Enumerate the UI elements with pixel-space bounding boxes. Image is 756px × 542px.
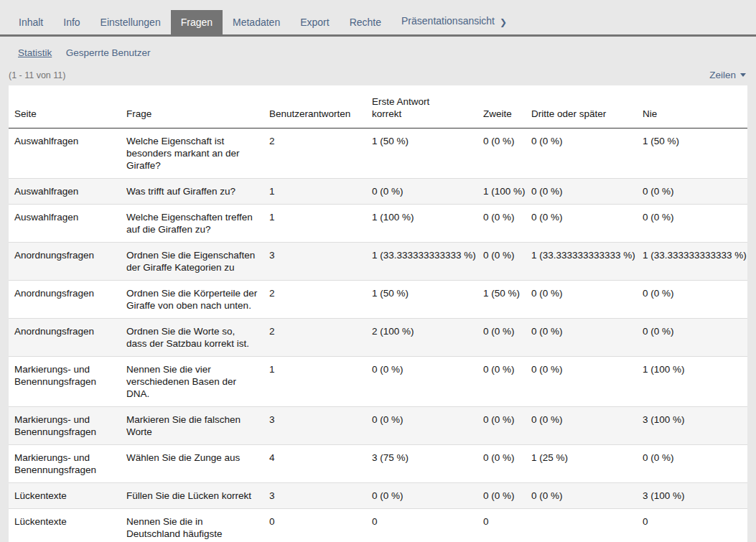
tab-einstellungen[interactable]: Einstellungen — [90, 10, 171, 34]
cell-erste-antwort-korrekt: 1 (50 %) — [366, 281, 477, 319]
cell-benutzerantworten: 1 — [263, 179, 366, 205]
cell-seite: Auswahlfragen — [9, 205, 121, 243]
page: Inhalt Info Einstellungen Fragen Metadat… — [0, 0, 756, 542]
column-header-seite: Seite — [9, 85, 121, 129]
cell-dritte-oder-spaeter: 0 (0 %) — [526, 319, 637, 357]
cell-erste-antwort-korrekt: 3 (75 %) — [366, 445, 477, 483]
cell-frage: Ordnen Sie die Körperteile der Giraffe v… — [121, 281, 263, 319]
cell-dritte-oder-spaeter: 0 (0 %) — [526, 357, 637, 407]
cell-dritte-oder-spaeter: 0 (0 %) — [526, 281, 637, 319]
cell-erste-antwort-korrekt: 1 (50 %) — [366, 129, 477, 179]
cell-zweite: 0 — [477, 509, 526, 542]
table-row: Lückentexte Füllen Sie die Lücken korrek… — [9, 483, 747, 509]
cell-zweite: 1 (50 %) — [477, 281, 526, 319]
tab-export[interactable]: Export — [290, 10, 339, 34]
cell-frage: Füllen Sie die Lücken korrekt — [121, 483, 263, 509]
column-header-erste-antwort-korrekt: Erste Antwort korrekt — [366, 85, 477, 129]
cell-dritte-oder-spaeter: 0 (0 %) — [526, 205, 637, 243]
cell-benutzerantworten: 2 — [263, 281, 366, 319]
table-header: Seite Frage Benutzerantworten Erste Antw… — [9, 85, 747, 129]
table-row: Auswahlfragen Welche Eigenschaften treff… — [9, 205, 747, 243]
table-row: Anordnungsfragen Ordnen Sie die Eigensch… — [9, 243, 747, 281]
cell-frage: Ordnen Sie die Worte so, dass der Satzba… — [121, 319, 263, 357]
cell-benutzerantworten: 1 — [263, 357, 366, 407]
cell-erste-antwort-korrekt: 2 (100 %) — [366, 319, 477, 357]
cell-frage: Nennen Sie die in Deutschland häufigste … — [121, 509, 263, 542]
chevron-right-icon: ❯ — [500, 17, 507, 27]
cell-benutzerantworten: 0 — [263, 509, 366, 542]
column-header-benutzerantworten: Benutzerantworten — [263, 85, 366, 129]
table-row: Auswahlfragen Welche Eigenschaft ist bes… — [9, 129, 747, 179]
table-row: Anordnungsfragen Ordnen Sie die Körperte… — [9, 281, 747, 319]
tab-info[interactable]: Info — [53, 10, 90, 34]
cell-nie: 0 (0 %) — [637, 319, 747, 357]
subtab-statistik[interactable]: Statistik — [18, 47, 52, 58]
tab-rechte[interactable]: Rechte — [340, 10, 391, 34]
tab-praesentationsansicht[interactable]: Präsentationsansicht❯ — [391, 9, 517, 34]
cell-seite: Anordnungsfragen — [9, 319, 121, 357]
table-row: Auswahlfragen Was trifft auf Giraffen zu… — [9, 179, 747, 205]
cell-zweite: 0 (0 %) — [477, 319, 526, 357]
cell-erste-antwort-korrekt: 0 — [366, 509, 477, 542]
cell-nie: 3 (100 %) — [637, 407, 747, 445]
header-row: Seite Frage Benutzerantworten Erste Antw… — [9, 85, 747, 129]
tab-praesentationsansicht-label: Präsentationsansicht — [401, 15, 495, 27]
cell-dritte-oder-spaeter: 0 (0 %) — [526, 407, 637, 445]
cell-seite: Lückentexte — [9, 509, 121, 542]
tab-inhalt[interactable]: Inhalt — [9, 10, 53, 34]
cell-seite: Auswahlfragen — [9, 179, 121, 205]
cell-erste-antwort-korrekt: 0 (0 %) — [366, 407, 477, 445]
column-header-erste-antwort-korrekt-label: Erste Antwort korrekt — [372, 95, 444, 120]
cell-frage: Welche Eigenschaften treffen auf die Gir… — [121, 205, 263, 243]
cell-dritte-oder-spaeter: 1 (25 %) — [526, 445, 637, 483]
cell-zweite: 0 (0 %) — [477, 357, 526, 407]
cell-dritte-oder-spaeter: 0 (0 %) — [526, 179, 637, 205]
cell-zweite: 1 (100 %) — [477, 179, 526, 205]
table-body: Auswahlfragen Welche Eigenschaft ist bes… — [9, 129, 747, 542]
table-row: Markierungs- und Benennungsfragen Nennen… — [9, 357, 747, 407]
cell-benutzerantworten: 3 — [263, 483, 366, 509]
cell-dritte-oder-spaeter — [526, 509, 637, 542]
column-header-nie: Nie — [637, 85, 747, 129]
cell-nie: 0 (0 %) — [637, 281, 747, 319]
rows-dropdown[interactable]: Zeilen — [709, 70, 746, 80]
cell-erste-antwort-korrekt: 1 (100 %) — [366, 205, 477, 243]
cell-nie: 0 (0 %) — [637, 445, 747, 483]
cell-nie: 3 (100 %) — [637, 483, 747, 509]
cell-nie: 0 — [637, 509, 747, 542]
main-tabbar: Inhalt Info Einstellungen Fragen Metadat… — [0, 0, 756, 37]
cell-nie: 0 (0 %) — [637, 205, 747, 243]
tab-metadaten[interactable]: Metadaten — [223, 10, 290, 34]
column-header-frage: Frage — [121, 85, 263, 129]
cell-zweite: 0 (0 %) — [477, 445, 526, 483]
cell-frage: Ordnen Sie die Eigenschaften der Giraffe… — [121, 243, 263, 281]
cell-zweite: 0 (0 %) — [477, 129, 526, 179]
cell-nie: 1 (50 %) — [637, 129, 747, 179]
cell-seite: Anordnungsfragen — [9, 281, 121, 319]
cell-frage: Wählen Sie die Zunge aus — [121, 445, 263, 483]
subtabbar: Statistik Gesperrte Benutzer — [0, 37, 756, 59]
cell-benutzerantworten: 1 — [263, 205, 366, 243]
cell-frage: Markieren Sie die falschen Worte — [121, 407, 263, 445]
pagination-top: (1 - 11 von 11) — [9, 70, 65, 80]
cell-seite: Markierungs- und Benennungsfragen — [9, 445, 121, 483]
tab-fragen[interactable]: Fragen — [171, 10, 223, 34]
subtab-gesperrte-benutzer[interactable]: Gesperrte Benutzer — [66, 47, 151, 58]
table-row: Markierungs- und Benennungsfragen Markie… — [9, 407, 747, 445]
column-header-dritte-oder-spaeter: Dritte oder später — [526, 85, 637, 129]
table-row: Lückentexte Nennen Sie die in Deutschlan… — [9, 509, 747, 542]
cell-dritte-oder-spaeter: 0 (0 %) — [526, 483, 637, 509]
cell-zweite: 0 (0 %) — [477, 205, 526, 243]
cell-seite: Anordnungsfragen — [9, 243, 121, 281]
cell-frage: Was trifft auf Giraffen zu? — [121, 179, 263, 205]
column-header-zweite: Zweite — [477, 85, 526, 129]
cell-zweite: 0 (0 %) — [477, 243, 526, 281]
cell-erste-antwort-korrekt: 0 (0 %) — [366, 483, 477, 509]
cell-nie: 1 (100 %) — [637, 357, 747, 407]
table-row: Markierungs- und Benennungsfragen Wählen… — [9, 445, 747, 483]
cell-benutzerantworten: 2 — [263, 129, 366, 179]
cell-benutzerantworten: 3 — [263, 243, 366, 281]
cell-seite: Lückentexte — [9, 483, 121, 509]
cell-dritte-oder-spaeter: 1 (33.333333333333 %) — [526, 243, 637, 281]
cell-erste-antwort-korrekt: 0 (0 %) — [366, 179, 477, 205]
